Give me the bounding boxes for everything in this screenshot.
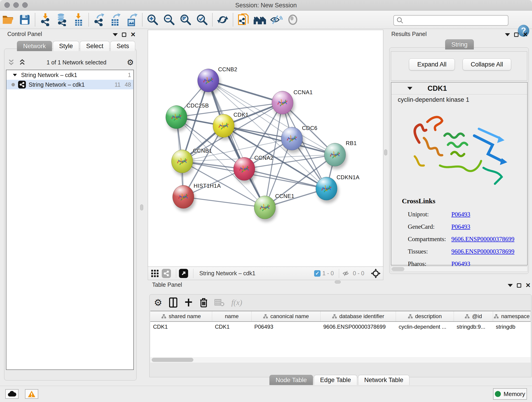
expand-all-button[interactable]: Expand All <box>409 58 455 70</box>
network-node-RB1[interactable] <box>324 143 346 166</box>
table-scrollbar[interactable] <box>150 357 531 363</box>
panel-float-icon[interactable] <box>122 32 126 37</box>
memory-button[interactable]: Memory <box>493 388 527 400</box>
panel-float-icon[interactable] <box>517 283 521 288</box>
string-view-button[interactable] <box>162 269 171 278</box>
open-external-view-button[interactable] <box>179 269 188 278</box>
tab-sets[interactable]: Sets <box>110 41 135 51</box>
search-field[interactable] <box>393 15 508 26</box>
grid-view-button[interactable] <box>150 269 159 278</box>
column-header-name[interactable]: name <box>212 311 252 321</box>
network-edge-CCNA2-CDKN1A[interactable] <box>244 169 326 189</box>
refresh-view-button[interactable] <box>215 12 231 27</box>
tab-network-table[interactable]: Network Table <box>358 375 410 385</box>
table-cell[interactable]: P06493 <box>252 322 321 332</box>
protein-entry-header[interactable]: CDK1 <box>391 83 527 95</box>
network-node-HIST1H1A[interactable] <box>172 185 194 209</box>
panel-menu-icon[interactable] <box>113 33 118 36</box>
panel-close-icon[interactable]: ✕ <box>130 32 136 38</box>
tab-style[interactable]: Style <box>53 41 79 51</box>
import-network-database-button[interactable] <box>54 12 70 27</box>
collapse-all-button[interactable]: Collapse All <box>462 58 511 70</box>
show-columns-icon[interactable] <box>169 298 177 307</box>
zoom-fit-button[interactable] <box>177 12 194 27</box>
protein-thumbnail-icon <box>285 132 299 146</box>
network-node-CCNB2[interactable] <box>197 69 219 92</box>
crosslink-link[interactable]: 9606.ENSP00000378699 <box>451 236 514 243</box>
network-options-gear-icon[interactable]: ⚙ <box>127 58 134 66</box>
warning-status-button[interactable] <box>25 389 38 399</box>
tab-node-table[interactable]: Node Table <box>269 375 313 385</box>
export-network-button[interactable] <box>91 12 107 27</box>
import-table-file-button[interactable] <box>70 12 87 27</box>
network-collection-row[interactable]: String Network – cdk1 1 <box>6 70 133 80</box>
tab-network[interactable]: Network <box>17 41 52 51</box>
panel-menu-icon[interactable] <box>508 284 513 287</box>
network-edge-HIST1H1A-CCNE1[interactable] <box>183 197 265 207</box>
entry-expander-icon[interactable] <box>407 87 412 90</box>
hide-selected-button[interactable] <box>268 12 285 27</box>
import-network-file-button[interactable] <box>37 12 54 27</box>
results-scrollbar[interactable] <box>391 266 528 272</box>
cloud-status-button[interactable] <box>5 389 19 399</box>
column-header-description[interactable]: description <box>396 311 454 321</box>
collapse-all-icon[interactable] <box>7 59 15 66</box>
open-in-string-button[interactable] <box>235 12 252 27</box>
delete-column-icon[interactable] <box>200 298 208 307</box>
network-node-CCNA2[interactable] <box>234 157 255 181</box>
network-node-CCNB1[interactable] <box>171 150 193 173</box>
first-neighbors-button[interactable] <box>252 12 268 27</box>
crosslink-link[interactable]: 9606.ENSP00000378699 <box>451 248 514 255</box>
export-table-button[interactable] <box>107 12 124 27</box>
zoom-selected-button[interactable] <box>194 12 210 27</box>
panel-menu-icon[interactable] <box>505 33 510 36</box>
export-image-button[interactable] <box>124 12 140 27</box>
table-cell[interactable]: CDK1 <box>212 322 252 332</box>
panel-close-icon[interactable]: ✕ <box>525 282 531 288</box>
results-scrollbar-thumb[interactable] <box>392 267 404 271</box>
add-column-icon[interactable] <box>184 298 193 307</box>
table-options-gear-icon[interactable]: ⚙ <box>154 298 162 307</box>
network-node-CDC6[interactable] <box>281 127 303 150</box>
table-cell[interactable]: stringdb:9... <box>454 322 493 332</box>
panel-float-icon[interactable] <box>514 32 519 37</box>
selected-checkbox-icon[interactable]: ✓ <box>314 270 321 277</box>
column-header-database-identifier[interactable]: database identifier <box>321 311 396 321</box>
column-header-namespace[interactable]: namespace <box>493 311 531 321</box>
table-scrollbar-thumb[interactable] <box>152 358 193 362</box>
network-node-CCNA1[interactable] <box>272 91 293 114</box>
zoom-in-button[interactable] <box>144 12 161 27</box>
open-session-button[interactable] <box>0 12 17 27</box>
search-input[interactable] <box>406 16 508 25</box>
network-row[interactable]: String Network – cdk1 11 48 <box>6 80 133 89</box>
column-header-canonical-name[interactable]: canonical name <box>252 311 321 321</box>
tab-select[interactable]: Select <box>80 41 109 51</box>
network-node-CDC25B[interactable] <box>166 105 187 129</box>
column-header-@id[interactable]: @id <box>454 311 493 321</box>
network-node-CDK1[interactable] <box>213 114 234 138</box>
tab-string[interactable]: String <box>445 39 474 50</box>
left-splitter-handle[interactable] <box>140 204 143 211</box>
table-cell[interactable]: stringdb <box>493 322 531 332</box>
crosslink-link[interactable]: P06493 <box>451 223 470 230</box>
fit-crosshair-icon[interactable] <box>371 268 381 279</box>
network-node-CCNE1[interactable] <box>254 196 276 219</box>
table-cell[interactable]: 9606.ENSP00000378699 <box>321 322 396 332</box>
network-edge-CCNB2-CCNA1[interactable] <box>208 80 283 103</box>
zoom-out-button[interactable] <box>161 12 177 27</box>
crosslink-link[interactable]: P06493 <box>451 211 470 218</box>
panel-close-icon[interactable]: ✕ <box>523 32 528 38</box>
column-header-shared-name[interactable]: shared name <box>150 311 212 321</box>
network-node-CDKN1A[interactable] <box>316 177 337 200</box>
table-cell[interactable]: CDK1 <box>150 322 212 332</box>
expand-all-icon[interactable] <box>18 59 26 66</box>
network-canvas[interactable]: CCNB2CCNA1CDC25BCDK1CDC6RB1CCNB1CCNA2CDK… <box>148 30 383 267</box>
network-view-panel: CCNB2CCNA1CDC25BCDK1CDC6RB1CCNB1CCNA2CDK… <box>148 30 383 280</box>
show-hidden-button[interactable] <box>285 12 301 27</box>
save-session-button[interactable] <box>17 12 33 27</box>
tab-edge-table[interactable]: Edge Table <box>314 375 357 385</box>
table-row[interactable]: CDK1CDK1P064939606.ENSP00000378699cyclin… <box>150 322 531 332</box>
table-cell[interactable]: cyclin-dependent ... <box>396 322 454 332</box>
tree-expander-icon[interactable] <box>13 74 17 76</box>
right-splitter-handle[interactable] <box>384 149 387 155</box>
